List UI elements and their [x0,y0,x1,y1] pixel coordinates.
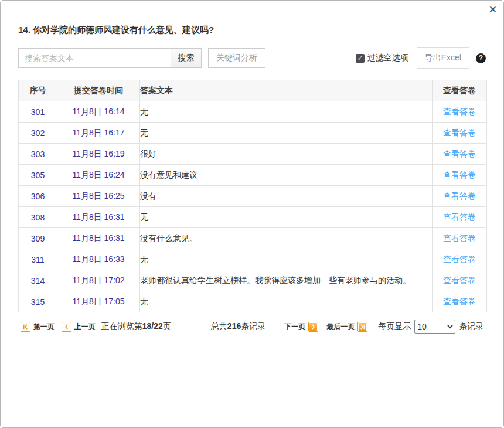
table-header: 序号 提交答卷时间 答案文本 查看答卷 [19,80,487,101]
table-row: 305 11月8日 16:24 没有意见和建议 查看答卷 [19,165,487,186]
answers-table: 序号 提交答卷时间 答案文本 查看答卷 301 11月8日 16:14 无 查看… [18,80,487,312]
table-row: 303 11月8日 16:19 很好 查看答卷 [19,144,487,165]
table-row: 306 11月8日 16:25 没有 查看答卷 [19,186,487,207]
search-group: 搜索 [18,48,202,68]
help-icon[interactable]: ? [476,53,486,63]
row-answer-text: 没有什么意见。 [140,228,433,249]
view-answer-link[interactable]: 查看答卷 [443,233,476,243]
table-row: 309 11月8日 16:31 没有什么意见。 查看答卷 [19,228,487,249]
row-answer-text: 没有意见和建议 [140,165,433,186]
per-page-prefix: 每页显示 [378,321,411,332]
row-serial: 308 [19,207,57,228]
filter-empty-checkbox[interactable]: ✓ 过滤空选项 [356,53,408,63]
per-page-suffix: 条记录 [459,321,483,332]
view-answer-link[interactable]: 查看答卷 [443,107,476,116]
row-answer-text: 无 [140,101,433,123]
row-answer-text: 很好 [140,144,433,165]
browsing-status: 正在浏览第18/22页 [101,321,171,332]
row-serial: 309 [19,228,57,249]
row-answer-text: 无 [140,207,433,228]
export-excel-button[interactable]: 导出Excel [417,47,469,69]
browsing-prefix: 正在浏览第 [101,321,142,331]
header-time: 提交答卷时间 [57,80,140,101]
search-input[interactable] [18,48,171,68]
row-serial: 303 [19,144,57,165]
modal-content: 14. 你对学院的师德师风建设有什么意见、建议吗? 搜索 关键词分析 ✓ 过滤空… [1,1,503,334]
row-answer-text: 无 [140,123,433,144]
total-records: 总共216条记录 [211,321,265,332]
first-page-glyph [22,323,29,331]
table-row: 301 11月8日 16:14 无 查看答卷 [19,101,487,123]
toolbar-right: ✓ 过滤空选项 导出Excel ? [356,47,486,69]
row-serial: 315 [19,291,57,312]
next-page-group: 下一页 [284,322,318,332]
view-answer-link[interactable]: 查看答卷 [443,128,476,137]
view-answer-link[interactable]: 查看答卷 [443,212,476,222]
row-submit-time: 11月8日 16:24 [57,165,140,186]
table-row: 315 11月8日 17:05 无 查看答卷 [19,291,487,312]
search-button[interactable]: 搜索 [171,48,202,68]
table-row: 314 11月8日 17:02 老师都很认真给学生树立榜样。我觉得应该多增加一些… [19,270,487,291]
row-serial: 314 [19,270,57,291]
row-serial: 301 [19,101,57,123]
row-serial: 311 [19,249,57,270]
header-answer-text: 答案文本 [140,80,433,101]
next-page-glyph [309,323,317,331]
table-row: 302 11月8日 16:17 无 查看答卷 [19,123,487,144]
row-answer-text: 无 [140,291,433,312]
row-submit-time: 11月8日 17:02 [57,270,140,291]
view-answer-link[interactable]: 查看答卷 [443,191,476,201]
row-submit-time: 11月8日 17:05 [57,291,140,312]
prev-page-icon[interactable] [62,322,71,332]
browsing-page-value: 18/22 [142,321,163,331]
total-count: 216 [227,321,241,331]
row-submit-time: 11月8日 16:17 [57,123,140,144]
total-prefix: 总共 [211,321,227,331]
table-row: 311 11月8日 16:33 无 查看答卷 [19,249,487,270]
per-page-group: 每页显示 10 条记录 [378,320,483,334]
last-page-group: 最后一页 [326,322,367,332]
view-answer-link[interactable]: 查看答卷 [443,170,476,179]
next-page-icon[interactable] [308,322,318,332]
row-answer-text: 没有 [140,186,433,207]
first-page-icon[interactable] [21,322,30,332]
view-answer-link[interactable]: 查看答卷 [443,254,476,264]
next-page-label[interactable]: 下一页 [284,322,305,332]
per-page-select[interactable]: 10 [414,320,455,334]
last-page-icon[interactable] [357,322,367,332]
row-serial: 305 [19,165,57,186]
header-view: 查看答卷 [433,80,487,101]
toolbar: 搜索 关键词分析 ✓ 过滤空选项 导出Excel ? [18,48,486,68]
view-answer-link[interactable]: 查看答卷 [443,276,476,285]
total-suffix: 条记录 [241,321,265,331]
browsing-suffix: 页 [163,321,171,331]
row-submit-time: 11月8日 16:19 [57,144,140,165]
keyword-analysis-button[interactable]: 关键词分析 [208,48,265,68]
view-answer-link[interactable]: 查看答卷 [443,149,476,158]
pagination-bar: 第一页 上一页 正在浏览第18/22页 总共216条记录 下一页 [18,320,486,334]
row-answer-text: 老师都很认真给学生树立榜样。我觉得应该多增加一些有老师参与的活动。 [140,270,433,291]
table-body: 301 11月8日 16:14 无 查看答卷 302 11月8日 16:17 无… [19,101,487,312]
checkbox-checked-icon[interactable]: ✓ [356,54,365,63]
row-submit-time: 11月8日 16:14 [57,101,140,123]
row-serial: 302 [19,123,57,144]
row-submit-time: 11月8日 16:31 [57,228,140,249]
row-submit-time: 11月8日 16:25 [57,186,140,207]
last-page-glyph [359,323,366,331]
prev-page-glyph [63,323,70,331]
prev-page-label[interactable]: 上一页 [74,322,96,332]
row-submit-time: 11月8日 16:33 [57,249,140,270]
row-answer-text: 无 [140,249,433,270]
answer-list-modal: ✕ 14. 你对学院的师德师风建设有什么意见、建议吗? 搜索 关键词分析 ✓ 过… [0,0,504,428]
header-serial: 序号 [19,80,57,101]
row-submit-time: 11月8日 16:31 [57,207,140,228]
table-row: 308 11月8日 16:31 无 查看答卷 [19,207,487,228]
close-icon[interactable]: ✕ [489,4,497,16]
question-title: 14. 你对学院的师德师风建设有什么意见、建议吗? [18,1,486,36]
view-answer-link[interactable]: 查看答卷 [443,297,476,306]
first-page-label[interactable]: 第一页 [33,322,55,332]
row-serial: 306 [19,186,57,207]
filter-empty-label: 过滤空选项 [367,53,408,63]
last-page-label[interactable]: 最后一页 [326,322,355,332]
